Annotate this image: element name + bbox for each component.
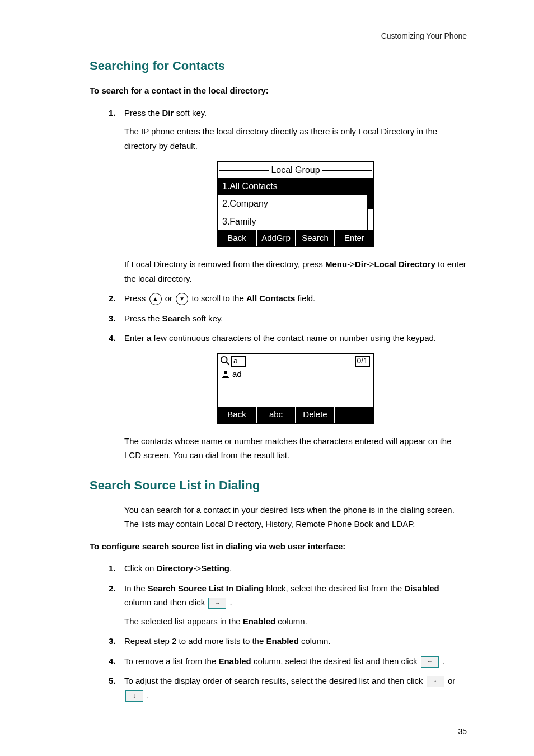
disabled-label: Disabled <box>404 584 439 593</box>
step-number: 1. <box>109 561 116 576</box>
softkey-abc: abc <box>257 407 296 423</box>
step-1: 1. Click on Directory->Setting. <box>109 561 467 576</box>
text: or <box>448 676 455 685</box>
lcd2-softkeys: Back abc Delete <box>218 407 373 423</box>
all-contacts-label: All Contacts <box>246 293 296 303</box>
step2-para: The selected list appears in the Enabled… <box>124 614 467 629</box>
dir-softkey-label: Dir <box>162 108 174 118</box>
softkey-back: Back <box>218 407 257 423</box>
step-4: 4. Enter a few continuous characters of … <box>109 331 467 463</box>
text: Click on <box>124 563 157 573</box>
search-softkey-label: Search <box>162 314 190 323</box>
result-name: ad <box>232 367 242 381</box>
move-up-button-icon: ↑ <box>427 676 444 687</box>
ssl-block-label: Search Source List In Dialing <box>148 584 264 593</box>
move-left-button-icon: ← <box>421 656 439 668</box>
lcd2-top-row: a 0/1 <box>218 354 373 367</box>
text: . <box>229 563 232 573</box>
enabled-label: Enabled <box>218 656 251 666</box>
menu-label: Menu <box>325 259 347 269</box>
lcd-local-group: Local Group 1.All Contacts 2.Company 3.F… <box>217 161 374 247</box>
svg-point-2 <box>224 371 227 374</box>
lcd-title: Local Group <box>270 162 321 178</box>
step-2: 2. In the Search Source List In Dialing … <box>109 581 467 629</box>
text: column. <box>275 617 307 626</box>
lead-search-contact: To search for a contact in the local dir… <box>90 83 467 98</box>
directory-label: Directory <box>157 563 194 573</box>
steps-list-2: 1. Click on Directory->Setting. 2. In th… <box>109 561 467 702</box>
text: Press the <box>124 108 162 118</box>
page-number: 35 <box>458 727 467 736</box>
softkey-empty <box>335 407 373 423</box>
step-number: 2. <box>109 581 116 596</box>
enabled-label: Enabled <box>266 636 298 646</box>
enabled-label: Enabled <box>243 617 275 626</box>
text: . <box>442 656 444 666</box>
text: To remove a list from the <box>124 656 218 666</box>
step-number: 1. <box>109 106 116 120</box>
text: to scroll to the <box>191 293 246 303</box>
text: Enter a few continuous characters of the… <box>124 333 436 343</box>
step-3: 3. Press the Search soft key. <box>109 311 467 326</box>
lcd-search-entry: a 0/1 ad Back abc Delete <box>217 353 374 424</box>
step1-para: The IP phone enters the local directory … <box>124 124 467 153</box>
heading-searching-for-contacts: Searching for Contacts <box>90 59 467 73</box>
search-query-box: a <box>231 356 246 367</box>
step-number: 3. <box>109 311 116 326</box>
text: In the <box>124 584 148 593</box>
page: Customizing Your Phone Searching for Con… <box>0 0 534 756</box>
text: Press <box>124 293 148 303</box>
lcd-list: 1.All Contacts 2.Company 3.Family <box>218 178 373 230</box>
lcd-scrollbar <box>368 178 373 230</box>
text: To adjust the display order of search re… <box>124 676 425 685</box>
lcd-item: 2.Company <box>218 195 373 212</box>
dir-label: Dir <box>355 259 367 269</box>
text: field. <box>295 293 315 303</box>
softkey-delete: Delete <box>296 407 335 423</box>
step-number: 4. <box>109 331 116 346</box>
step-2: 2. Press ▲ or ▼ to scroll to the All Con… <box>109 291 467 306</box>
text: Repeat step 2 to add more lists to the <box>124 636 266 646</box>
text: If Local Directory is removed from the d… <box>124 259 325 269</box>
text: Press the <box>124 314 162 323</box>
steps-list-1: 1. Press the Dir soft key. The IP phone … <box>109 106 467 463</box>
section2-intro: You can search for a contact in your des… <box>124 503 467 531</box>
text: or <box>165 293 175 303</box>
step-number: 4. <box>109 654 116 669</box>
step-3: 3. Repeat step 2 to add more lists to th… <box>109 634 467 648</box>
step-number: 5. <box>109 674 116 688</box>
text: -> <box>347 259 355 269</box>
text: -> <box>367 259 374 269</box>
text: soft key. <box>190 314 223 323</box>
lcd-softkeys: Back AddGrp Search Enter <box>218 230 373 246</box>
softkey-search: Search <box>296 230 335 246</box>
text: . <box>230 598 232 607</box>
text: . <box>147 690 149 700</box>
setting-label: Setting <box>201 563 229 573</box>
text: column, select the desired list and then… <box>251 656 420 666</box>
running-head: Customizing Your Phone <box>90 31 467 43</box>
local-directory-label: Local Directory <box>374 259 435 269</box>
nav-down-icon: ▼ <box>176 293 188 305</box>
softkey-back: Back <box>218 230 257 246</box>
step-4: 4. To remove a list from the Enabled col… <box>109 654 467 669</box>
lcd-item-selected: 1.All Contacts <box>218 178 373 195</box>
move-right-button-icon: → <box>208 598 226 609</box>
step-number: 2. <box>109 291 116 306</box>
text: -> <box>193 563 201 573</box>
text: soft key. <box>174 108 207 118</box>
lcd2-result-row: ad <box>218 367 373 382</box>
softkey-addgrp: AddGrp <box>257 230 296 246</box>
lcd2-blank <box>218 382 373 407</box>
softkey-enter: Enter <box>335 230 373 246</box>
person-icon <box>221 370 230 379</box>
step-1: 1. Press the Dir soft key. The IP phone … <box>109 106 467 286</box>
nav-up-icon: ▲ <box>149 293 162 305</box>
svg-point-0 <box>221 357 227 363</box>
move-down-button-icon: ↓ <box>125 690 143 702</box>
step-5: 5. To adjust the display order of search… <box>109 674 467 702</box>
result-counter: 0/1 <box>355 356 370 367</box>
text: block, select the desired list from the <box>264 584 404 593</box>
svg-line-1 <box>227 362 229 365</box>
lead-configure-ssl: To configure search source list in diali… <box>90 539 467 554</box>
